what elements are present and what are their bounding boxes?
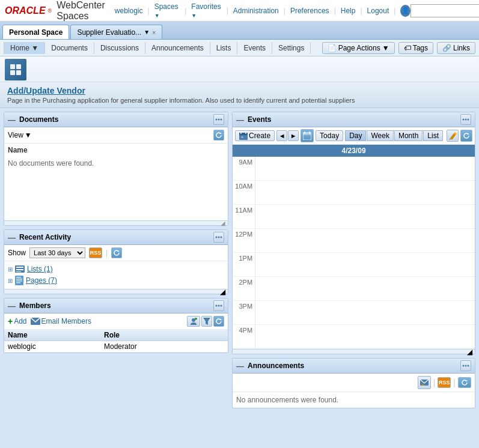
svg-rect-0 <box>10 64 15 69</box>
documents-resize-handle[interactable]: ◢ <box>4 220 228 225</box>
breadcrumb-area <box>0 56 479 82</box>
nav-discussions[interactable]: Discussions <box>94 42 145 54</box>
month-view-button[interactable]: Month <box>394 130 423 141</box>
week-view-button[interactable]: Week <box>367 130 393 141</box>
ra-resize-icon: ◢ <box>220 288 225 296</box>
documents-panel-actions <box>213 114 224 125</box>
nav-favorites[interactable]: Favorites ▼ <box>191 2 221 19</box>
nav-logout[interactable]: Logout <box>367 7 389 15</box>
documents-options-button[interactable] <box>213 114 224 125</box>
ann-compose-button[interactable] <box>418 376 431 389</box>
members-options-button[interactable] <box>213 300 224 311</box>
nav-administration[interactable]: Administration <box>233 7 279 15</box>
documents-panel-header: — Documents <box>4 112 228 127</box>
tab-supplier-eval[interactable]: Supplier Evaluatio... ▼ × <box>70 25 162 39</box>
user-avatar[interactable]: 👤 <box>400 5 410 17</box>
events-edit-button[interactable] <box>447 130 459 142</box>
events-panel-header: — Events <box>233 112 475 127</box>
ann-rss-button[interactable]: RSS <box>438 377 451 388</box>
nav-spaces[interactable]: Spaces ▼ <box>154 2 180 19</box>
events-options-button[interactable] <box>460 114 471 125</box>
left-column: — Documents View ▼ <box>4 112 228 408</box>
ra-rss-button[interactable]: RSS <box>89 247 102 258</box>
tab-personal-space[interactable]: Personal Space <box>2 25 69 39</box>
view-dropdown[interactable]: View ▼ <box>8 131 32 139</box>
announcements-panel-header: — Announcements <box>233 359 475 374</box>
members-filter-button[interactable] <box>201 316 212 327</box>
events-toolbar: + Create ◄ ► Today <box>233 127 475 145</box>
view-dropdown-arrow: ▼ <box>25 131 32 139</box>
email-icon <box>31 318 40 325</box>
members-panel-actions <box>213 300 224 311</box>
time-label-1pm: 1PM <box>233 253 255 276</box>
page-icon: 📄 <box>328 44 337 52</box>
top-bar: ORACLE® WebCenter Spaces weblogic | Spac… <box>0 0 479 22</box>
recent-activity-resize-handle[interactable]: ◢ <box>4 289 228 294</box>
page-nav: Home ▼ Documents Discussions Announcemen… <box>4 42 311 54</box>
page-actions-button[interactable]: 📄 Page Actions ▼ <box>322 42 395 54</box>
nav-settings[interactable]: Settings <box>272 42 311 54</box>
time-slot-2pm: 2PM <box>233 277 475 301</box>
nav-documents[interactable]: Documents <box>45 42 94 54</box>
tab-bar: Personal Space Supplier Evaluatio... ▼ × <box>0 22 479 40</box>
member-name: weblogic <box>8 342 104 351</box>
events-refresh-button[interactable] <box>460 130 472 142</box>
members-panel-title: Members <box>19 301 51 310</box>
page-title-link[interactable]: Add/Update Vendor <box>7 86 472 95</box>
nav-announcements[interactable]: Announcements <box>145 42 210 54</box>
period-select[interactable]: Last 30 days Last 7 days Last 24 hours A… <box>29 247 85 258</box>
members-manage-button[interactable]: + <box>187 316 200 327</box>
svg-point-4 <box>216 119 218 121</box>
svg-point-8 <box>216 237 218 238</box>
members-refresh-button[interactable] <box>213 316 224 327</box>
create-event-button[interactable]: + Create <box>235 130 275 141</box>
nav-preferences[interactable]: Preferences <box>290 7 329 15</box>
ann-refresh-button[interactable] <box>458 377 471 388</box>
search-input[interactable] <box>410 4 479 17</box>
refresh-icon3 <box>215 318 222 325</box>
lists-link[interactable]: Lists (1) <box>27 265 53 273</box>
links-button[interactable]: 🔗 Links <box>437 42 475 54</box>
members-collapse-icon[interactable]: — <box>8 301 16 310</box>
prev-button[interactable]: ◄ <box>276 130 287 141</box>
documents-refresh-button[interactable] <box>213 130 224 141</box>
add-member-button[interactable]: + Add <box>8 316 27 326</box>
announcements-options-button[interactable] <box>460 360 471 371</box>
email-members-button[interactable]: Email Members <box>31 317 91 325</box>
pages-link[interactable]: Pages (7) <box>26 276 57 285</box>
recent-activity-collapse-icon[interactable]: — <box>8 233 16 242</box>
calendar-icon-button[interactable] <box>301 129 314 142</box>
page-toolbar: Home ▼ Documents Discussions Announcemen… <box>0 40 479 56</box>
nav-weblogic[interactable]: weblogic <box>115 7 143 15</box>
events-resize-handle[interactable]: ◢ <box>233 349 475 354</box>
list-expand-icon[interactable]: ⊞ <box>8 266 13 273</box>
svg-rect-2 <box>10 70 15 75</box>
documents-collapse-icon[interactable]: — <box>8 115 16 124</box>
svg-point-32 <box>468 119 469 121</box>
spaces-dropdown-arrow: ▼ <box>154 13 160 19</box>
ann-separator: | <box>433 378 436 387</box>
view-buttons: Day Week Month List <box>345 130 443 141</box>
tags-button[interactable]: 🏷 Tags <box>398 42 433 54</box>
day-view-button[interactable]: Day <box>345 130 366 141</box>
recent-activity-options-button[interactable] <box>213 232 224 243</box>
list-view-button[interactable]: List <box>423 130 443 141</box>
announcements-panel-actions <box>460 360 471 371</box>
today-button[interactable]: Today <box>316 130 343 141</box>
svg-rect-18 <box>16 279 22 280</box>
time-label-2pm: 2PM <box>233 277 255 300</box>
announcements-collapse-icon[interactable]: — <box>236 362 244 371</box>
pages-expand-icon[interactable]: ⊞ <box>8 277 13 284</box>
nav-events[interactable]: Events <box>237 42 272 54</box>
nav-home[interactable]: Home ▼ <box>4 42 45 54</box>
time-content-9am <box>255 157 475 180</box>
ra-refresh-button[interactable] <box>111 247 122 258</box>
next-button[interactable]: ► <box>288 130 299 141</box>
time-content-10am <box>255 181 475 204</box>
nav-lists[interactable]: Lists <box>210 42 238 54</box>
nav-help[interactable]: Help <box>341 7 356 15</box>
announcements-toolbar: | RSS | <box>233 374 475 392</box>
events-collapse-icon[interactable]: — <box>236 115 244 124</box>
resize-icon: ◢ <box>221 220 225 226</box>
tab-close-icon[interactable]: × <box>152 29 156 36</box>
